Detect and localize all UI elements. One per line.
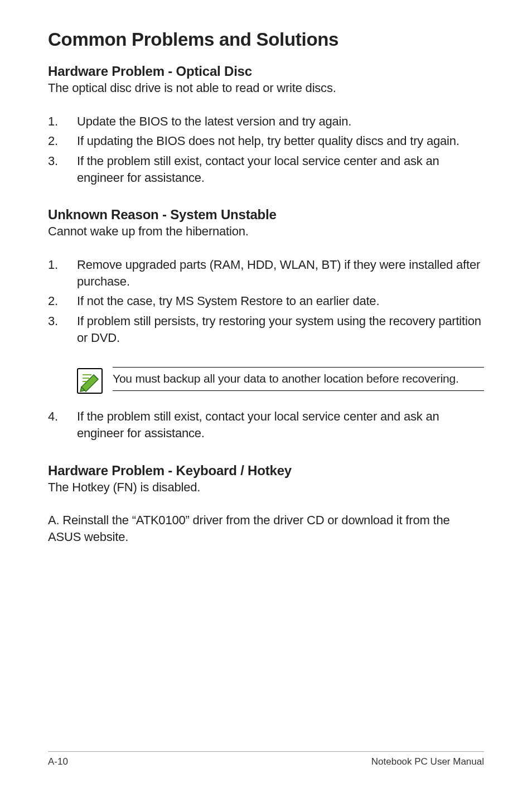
list-number: 3.: [48, 153, 58, 170]
section-optical-disc: Hardware Problem - Optical Disc The opti…: [48, 64, 484, 186]
heading-keyboard-hotkey: Hardware Problem - Keyboard / Hotkey: [48, 463, 484, 479]
intro-keyboard-hotkey: The Hotkey (FN) is disabled.: [48, 480, 484, 496]
list-number: 1.: [48, 113, 58, 130]
list-item: 1.Remove upgraded parts (RAM, HDD, WLAN,…: [48, 257, 484, 289]
list-item: 4.If the problem still exist, contact yo…: [48, 408, 484, 441]
footer-manual-title: Notebook PC User Manual: [371, 756, 484, 767]
list-optical-disc: 1.Update the BIOS to the latest version …: [48, 113, 484, 186]
list-text: If not the case, try MS System Restore t…: [77, 294, 379, 308]
intro-system-unstable: Cannot wake up from the hibernation.: [48, 224, 484, 240]
list-number: 2.: [48, 293, 58, 310]
intro-optical-disc: The optical disc drive is not able to re…: [48, 80, 484, 96]
list-item: 1.Update the BIOS to the latest version …: [48, 113, 484, 130]
heading-optical-disc: Hardware Problem - Optical Disc: [48, 64, 484, 79]
note-block: You must backup all your data to another…: [77, 367, 484, 396]
note-icon: [77, 368, 103, 396]
list-item: 2.If updating the BIOS does not help, tr…: [48, 133, 484, 149]
list-text: Update the BIOS to the latest version an…: [77, 114, 351, 128]
list-number: 2.: [48, 133, 58, 149]
heading-system-unstable: Unknown Reason - System Unstable: [48, 207, 484, 223]
list-number: 1.: [48, 257, 58, 273]
list-text: If updating the BIOS does not help, try …: [77, 134, 460, 148]
note-text: You must backup all your data to another…: [113, 371, 484, 386]
list-system-unstable-a: 1.Remove upgraded parts (RAM, HDD, WLAN,…: [48, 257, 484, 346]
page-footer: A-10 Notebook PC User Manual: [48, 751, 484, 767]
list-item: 2.If not the case, try MS System Restore…: [48, 293, 484, 310]
section-system-unstable: Unknown Reason - System Unstable Cannot …: [48, 207, 484, 441]
page-title: Common Problems and Solutions: [48, 29, 484, 50]
list-text: Remove upgraded parts (RAM, HDD, WLAN, B…: [77, 258, 480, 288]
footer-page-number: A-10: [48, 756, 68, 767]
list-text: If the problem still exist, contact your…: [77, 409, 439, 440]
list-text: If the problem still exist, contact your…: [77, 154, 439, 185]
body-keyboard-hotkey: A. Reinstall the “ATK0100” driver from t…: [48, 512, 484, 545]
list-item: 3.If problem still persists, try restori…: [48, 313, 484, 346]
list-item: 3.If the problem still exist, contact yo…: [48, 153, 484, 186]
section-keyboard-hotkey: Hardware Problem - Keyboard / Hotkey The…: [48, 463, 484, 545]
list-text: If problem still persists, try restoring…: [77, 314, 481, 345]
list-system-unstable-b: 4.If the problem still exist, contact yo…: [48, 408, 484, 441]
list-number: 4.: [48, 408, 58, 425]
note-rule-box: You must backup all your data to another…: [113, 367, 484, 390]
list-number: 3.: [48, 313, 58, 330]
